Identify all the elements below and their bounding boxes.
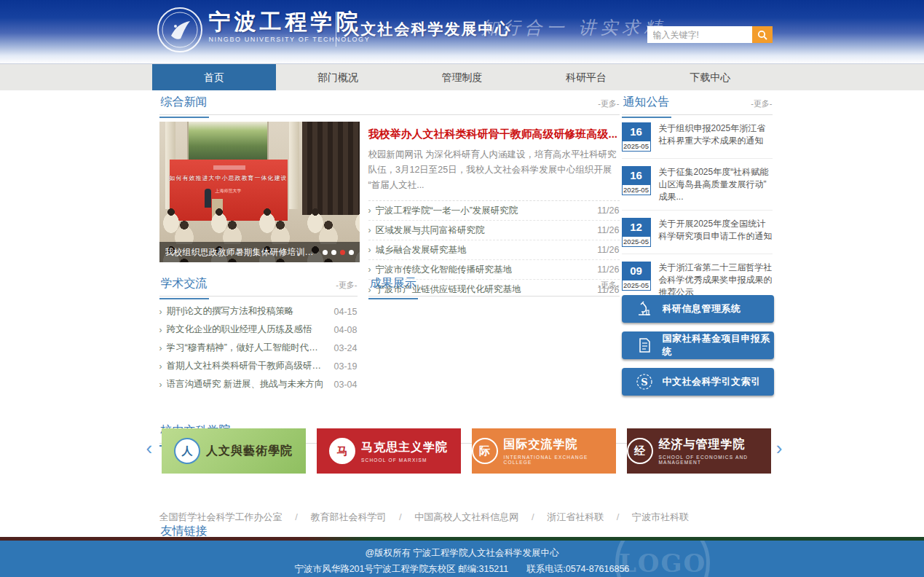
carousel-prev-icon[interactable]: ‹ xyxy=(146,439,153,458)
notice-date-box: 16 2025-05 xyxy=(622,166,651,203)
site-header: 宁波工程学院 NINGBO UNIVERSITY OF TECHNOLOGY 人… xyxy=(0,0,924,64)
friend-link-separator: / xyxy=(617,511,620,522)
academic-item[interactable]: › 语言沟通研究 新进展、挑战与未来方向 03-04 xyxy=(159,375,358,393)
college-banner-economics-management[interactable]: 经 经济与管理学院 SCHOOL OF ECONOMICS AND MANAGE… xyxy=(627,428,771,474)
notice-day: 12 xyxy=(622,218,651,236)
carousel-dot-2[interactable] xyxy=(331,250,336,255)
notices-section: 通知公告 -更多- 16 2025-05 关于组织申报2025年浙江省社科界重大… xyxy=(622,95,773,305)
college-banner-humanities-arts[interactable]: 人 人文與藝術學院 xyxy=(162,428,306,474)
notices-more-link[interactable]: -更多- xyxy=(751,98,772,109)
carousel-next-icon[interactable]: › xyxy=(776,439,783,458)
cssci-index-button[interactable]: S 中文社会科学引文索引 xyxy=(622,368,774,396)
news-item[interactable]: › 区域发展与共同富裕研究院 11/26 xyxy=(368,221,620,240)
cssci-s-icon: S xyxy=(635,372,654,391)
news-list-panel: 我校举办人文社科类科研骨干教师高级研修班高级... 校园新闻网讯 为深化科研育人… xyxy=(368,127,620,299)
friend-link[interactable]: 教育部社会科学司 xyxy=(310,511,386,522)
footer-logo-watermark: LOGO xyxy=(615,541,710,577)
achievements-section-title: 成果展示 xyxy=(368,276,418,299)
news-item[interactable]: › 城乡融合发展研究基地 11/26 xyxy=(368,240,620,260)
college-banner-marxism[interactable]: 马 马克思主义学院 SCHOOL OF MARXISM xyxy=(317,428,461,474)
footer-address: 宁波市风华路201号宁波工程学院东校区 邮编:315211 联系电话:0574-… xyxy=(0,560,924,576)
news-item-date: 11/26 xyxy=(597,245,619,255)
nav-item-downloads[interactable]: 下载中心 xyxy=(648,64,772,90)
news-item-title: 区域发展与共同富裕研究院 xyxy=(376,224,591,237)
news-item-date: 11/26 xyxy=(597,264,619,275)
quick-link-label: 中文社会科学引文索引 xyxy=(663,375,761,388)
college-name-en: INTERNATIONAL EXCHANGE COLLEGE xyxy=(504,455,616,465)
academic-item[interactable]: › 期刊论文的撰写方法和投稿策略 04-15 xyxy=(159,302,358,321)
notice-text: 关于组织申报2025年浙江省社科界重大学术成果的通知 xyxy=(659,122,773,152)
academic-item[interactable]: › 跨文化企业的职业经理人历练及感悟 04-08 xyxy=(159,321,358,339)
notices-section-header: 通知公告 -更多- xyxy=(622,95,773,115)
academic-item-date: 03-04 xyxy=(334,380,358,390)
notice-date-box: 12 2025-05 xyxy=(622,218,651,247)
friend-link[interactable]: 全国哲学社会科学工作办公室 xyxy=(159,511,283,522)
friend-link[interactable]: 宁波市社科联 xyxy=(632,511,689,522)
quick-links-panel: 科研信息管理系统 国家社科基金项目申报系统 S xyxy=(622,295,774,404)
arrow-bullet-icon: › xyxy=(159,325,162,335)
quick-link-label: 科研信息管理系统 xyxy=(663,302,741,315)
college-logo-icon: 人 xyxy=(174,438,200,464)
arrow-bullet-icon: › xyxy=(159,380,162,390)
notice-item[interactable]: 12 2025-05 关于开展2025年度全国统计科学研究项目申请工作的通知 xyxy=(622,211,773,254)
nav-item-regulations[interactable]: 管理制度 xyxy=(400,64,524,90)
carousel-dot-3[interactable] xyxy=(340,250,345,255)
carousel-dots xyxy=(323,242,354,262)
news-headline[interactable]: 我校举办人文社科类科研骨干教师高级研修班高级... xyxy=(368,127,620,141)
nav-item-overview[interactable]: 部门概况 xyxy=(276,64,400,90)
nav-item-home[interactable]: 首页 xyxy=(152,64,276,90)
notices-section-title: 通知公告 xyxy=(622,95,671,118)
academic-item-title: 跨文化企业的职业经理人历练及感悟 xyxy=(167,323,327,336)
search-box xyxy=(647,26,773,43)
university-logo-icon xyxy=(157,7,203,53)
academic-item[interactable]: › 学习“穆青精神”，做好人工智能时代的新闻传... 03-24 xyxy=(159,339,358,357)
colleges-carousel: 人 人文與藝術學院 马 马克思主义学院 SCHOOL OF MARXISM 际 … xyxy=(152,428,773,475)
news-item-title: 城乡融合发展研究基地 xyxy=(376,244,591,256)
carousel-dot-4[interactable] xyxy=(349,250,354,255)
college-name-en: SCHOOL OF MARXISM xyxy=(361,458,448,463)
nav-item-platform[interactable]: 科研平台 xyxy=(524,64,648,90)
arrow-bullet-icon: › xyxy=(368,225,371,235)
college-name: 经济与管理学院 xyxy=(659,437,771,452)
photo-speaker xyxy=(205,189,211,208)
news-carousel[interactable]: 如何有效推进大中小思政教育一体化建设 上海师范大学 我校组织思政教师暑期集体研修… xyxy=(159,122,360,262)
notice-day: 09 xyxy=(622,262,651,280)
search-input[interactable] xyxy=(647,26,752,43)
news-item-date: 11/26 xyxy=(597,205,619,216)
academic-item-title: 首期人文社科类科研骨干教师高级研修班 xyxy=(167,360,327,372)
photo-pillar xyxy=(289,122,299,209)
news-item[interactable]: › 宁波工程学院“一老一小”发展研究院 11/26 xyxy=(368,201,620,221)
notice-item[interactable]: 16 2025-05 关于征集2025年度“社科赋能山区海岛县高质量发展行动”成… xyxy=(622,159,773,211)
carousel-dot-1[interactable] xyxy=(323,250,328,255)
search-button[interactable] xyxy=(752,26,773,43)
microscope-icon xyxy=(635,299,654,318)
notice-text: 关于开展2025年度全国统计科学研究项目申请工作的通知 xyxy=(659,218,773,247)
photo-screen-badge xyxy=(213,165,245,170)
academic-item[interactable]: › 首期人文社科类科研骨干教师高级研修班 03-19 xyxy=(159,357,358,375)
notice-month: 2025-05 xyxy=(622,236,651,247)
academic-item-date: 03-24 xyxy=(334,343,358,353)
main-content: 综合新闻 -更多- 如何有效推进大中小思政教育一体化建设 上海师范大学 我校组织… xyxy=(0,90,924,537)
college-banner-international-exchange[interactable]: 际 国际交流学院 INTERNATIONAL EXCHANGE COLLEGE xyxy=(472,428,616,474)
arrow-bullet-icon: › xyxy=(368,205,371,216)
notice-day: 16 xyxy=(622,122,651,141)
achievements-more-link[interactable]: -更多- xyxy=(598,280,619,291)
notice-month: 2025-05 xyxy=(622,141,651,152)
carousel-caption[interactable]: 我校组织思政教师暑期集体研修培训暨大... xyxy=(165,242,318,262)
academic-item-title: 学习“穆青精神”，做好人工智能时代的新闻传... xyxy=(167,342,327,354)
notice-item[interactable]: 16 2025-05 关于组织申报2025年浙江省社科界重大学术成果的通知 xyxy=(622,115,773,159)
news-more-link[interactable]: -更多- xyxy=(598,98,619,109)
research-info-system-button[interactable]: 科研信息管理系统 xyxy=(622,295,774,323)
friend-link[interactable]: 中国高校人文社科信息网 xyxy=(414,511,518,522)
news-summary: 校园新闻网讯 为深化科研育人内涵建设，培育高水平社科研究队伍，3月12日至25日… xyxy=(368,147,620,201)
photo-curtain xyxy=(302,122,360,215)
academic-more-link[interactable]: -更多- xyxy=(336,280,357,291)
arrow-bullet-icon: › xyxy=(159,307,162,317)
academic-section-title: 学术交流 xyxy=(159,276,209,299)
notice-date-box: 09 2025-05 xyxy=(622,262,651,299)
arrow-bullet-icon: › xyxy=(159,361,162,372)
college-name-en: SCHOOL OF ECONOMICS AND MANAGEMENT xyxy=(659,455,771,465)
friend-link[interactable]: 浙江省社科联 xyxy=(547,511,604,522)
nssf-application-system-button[interactable]: 国家社科基金项目申报系统 xyxy=(622,331,774,359)
news-item-title: 宁波市传统文化智能传播研究基地 xyxy=(376,264,591,276)
